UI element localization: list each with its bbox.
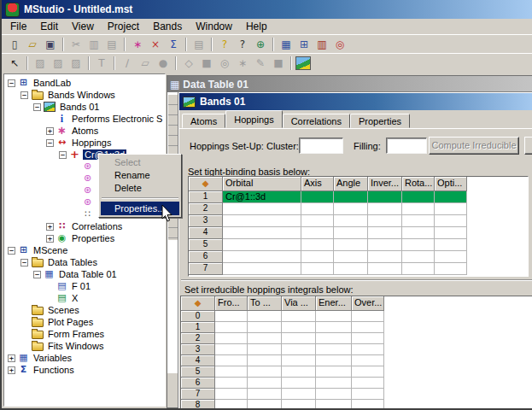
- energy-cell[interactable]: [316, 344, 352, 355]
- energy-cell[interactable]: [316, 400, 352, 408]
- from-cell[interactable]: [215, 333, 248, 344]
- options-cell[interactable]: [435, 215, 467, 227]
- axis-cell[interactable]: [301, 263, 334, 275]
- circle-tool-button[interactable]: ◎: [216, 55, 233, 72]
- orbital-cell[interactable]: [223, 251, 301, 263]
- toolbar-button[interactable]: [88, 56, 90, 70]
- options-cell[interactable]: [435, 227, 467, 239]
- toolbar-button[interactable]: [124, 38, 126, 51]
- axis-cell[interactable]: [301, 227, 334, 239]
- from-cell[interactable]: [215, 344, 248, 355]
- tree-item-x[interactable]: X: [4, 292, 165, 304]
- inversion-cell[interactable]: [368, 251, 402, 263]
- row-header[interactable]: 4: [181, 355, 215, 366]
- to-cell[interactable]: [248, 400, 282, 408]
- tree-item-data-table-01[interactable]: − Data Table 01: [4, 268, 165, 280]
- toolbar-button[interactable]: [272, 38, 274, 51]
- menu-edit[interactable]: Edit: [33, 19, 65, 34]
- pencil-tool-button[interactable]: ✎: [252, 55, 269, 72]
- tab-atoms[interactable]: Atoms: [182, 114, 225, 128]
- axis-cell[interactable]: [301, 203, 334, 215]
- open-folder-button[interactable]: ▱: [24, 36, 41, 53]
- paste-button[interactable]: ▤: [103, 36, 120, 53]
- tree-expander[interactable]: −: [8, 247, 15, 255]
- menu-help[interactable]: Help: [239, 19, 274, 34]
- via-cell[interactable]: [282, 366, 316, 378]
- inversion-cell[interactable]: [368, 227, 402, 239]
- toolbar-button[interactable]: [62, 38, 64, 51]
- inversion-cell[interactable]: [368, 191, 402, 203]
- overlap-cell[interactable]: [352, 344, 384, 355]
- tree-item-form-frames[interactable]: Form Frames: [4, 328, 165, 340]
- line-tool-button[interactable]: ∕: [119, 55, 136, 72]
- new-window-button[interactable]: ⊞: [295, 36, 313, 53]
- orbital-cell[interactable]: [223, 203, 301, 215]
- column-header[interactable]: Over...: [352, 296, 384, 311]
- menu-project[interactable]: Project: [101, 19, 146, 34]
- angle-cell[interactable]: [334, 215, 368, 227]
- cut-button[interactable]: ✂: [67, 36, 85, 53]
- inversion-cell[interactable]: [368, 239, 402, 251]
- column-header[interactable]: Via ...: [282, 296, 316, 311]
- toolbar-button[interactable]: [175, 56, 177, 70]
- orbital-cell[interactable]: [223, 227, 301, 239]
- overlap-cell[interactable]: [352, 322, 384, 333]
- row-header[interactable]: 3: [181, 344, 215, 355]
- energy-cell[interactable]: [316, 311, 352, 322]
- tree-item-correlations[interactable]: + Correlations: [4, 220, 165, 232]
- overlap-cell[interactable]: [352, 389, 384, 400]
- tree-item-bandlab[interactable]: − BandLab: [4, 77, 165, 89]
- orbital-cell[interactable]: Cr@1::3d: [223, 191, 301, 203]
- window-options-button[interactable]: ◎: [331, 36, 348, 53]
- overlap-cell[interactable]: [352, 378, 384, 389]
- to-cell[interactable]: [248, 366, 282, 378]
- column-header[interactable]: Opti...: [435, 177, 467, 191]
- energy-cell[interactable]: [316, 366, 352, 378]
- web-button[interactable]: ⊕: [252, 36, 269, 53]
- pointer-button[interactable]: ↖: [6, 55, 23, 72]
- energy-cell[interactable]: [316, 378, 352, 389]
- tree-expander[interactable]: −: [59, 151, 67, 159]
- data-table-button[interactable]: ▦: [278, 36, 295, 53]
- ellipse-tool-button[interactable]: ●: [155, 55, 172, 72]
- toolbar-button[interactable]: [290, 56, 292, 70]
- overlap-cell[interactable]: [352, 355, 384, 366]
- shape-tool-button[interactable]: ■: [198, 55, 215, 72]
- context-help-button[interactable]: ?: [234, 36, 251, 53]
- via-cell[interactable]: [282, 322, 316, 333]
- row-header[interactable]: 6: [181, 378, 215, 389]
- column-header[interactable]: Orbital: [223, 177, 301, 191]
- from-cell[interactable]: [215, 311, 248, 322]
- row-header[interactable]: 4: [189, 227, 223, 239]
- tab-properties[interactable]: Properties: [350, 114, 410, 128]
- energy-cell[interactable]: [316, 322, 352, 333]
- axis-cell[interactable]: [301, 239, 334, 251]
- tab-correlations[interactable]: Correlations: [283, 114, 350, 128]
- column-header[interactable]: Angle: [334, 177, 368, 191]
- angle-cell[interactable]: [334, 191, 368, 203]
- context-menu-rename[interactable]: Rename: [101, 169, 179, 182]
- overlap-cell[interactable]: [352, 333, 384, 344]
- axis-cell[interactable]: [301, 215, 334, 227]
- via-cell[interactable]: [282, 344, 316, 355]
- angle-cell[interactable]: [334, 203, 368, 215]
- tree-item-f01[interactable]: F 01: [4, 280, 165, 292]
- via-cell[interactable]: [282, 333, 316, 344]
- axis-cell[interactable]: [301, 251, 334, 263]
- options-cell[interactable]: [435, 191, 467, 203]
- bands-window-titlebar[interactable]: Bands 01: [179, 93, 532, 110]
- tree-expander[interactable]: −: [20, 91, 28, 99]
- tree-item-variables[interactable]: + Variables: [4, 352, 165, 364]
- context-menu-delete[interactable]: Delete: [101, 182, 179, 195]
- energy-cell[interactable]: [316, 389, 352, 400]
- tree-item-functions[interactable]: + Functions: [4, 364, 165, 376]
- to-cell[interactable]: [248, 322, 282, 333]
- column-header[interactable]: Inver...: [368, 177, 402, 191]
- toolbar-button[interactable]: [185, 38, 187, 51]
- from-cell[interactable]: [215, 389, 248, 400]
- tree-expander[interactable]: −: [33, 103, 41, 111]
- compute-irreducible-button[interactable]: Compute Irreducible: [429, 137, 519, 155]
- overlap-cell[interactable]: [352, 400, 384, 408]
- from-cell[interactable]: [215, 378, 248, 389]
- tree-expander[interactable]: −: [33, 271, 41, 278]
